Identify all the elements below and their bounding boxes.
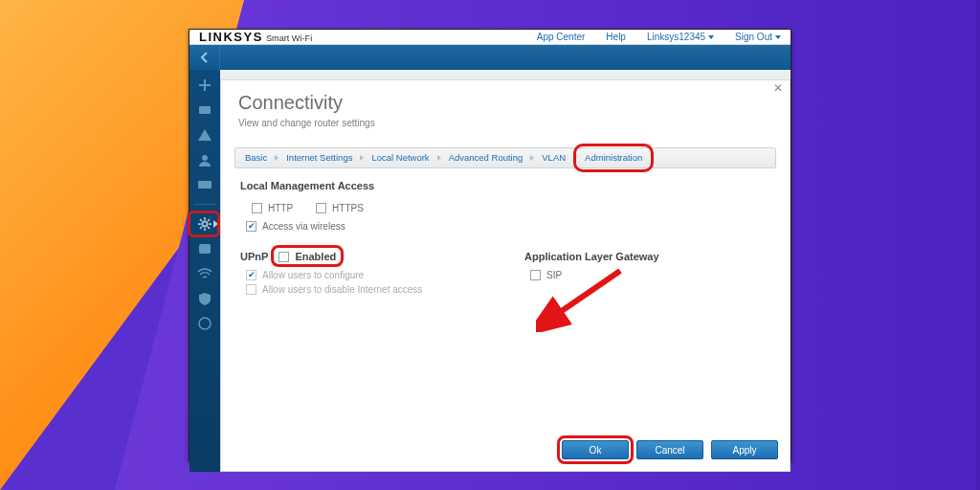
svg-point-3 xyxy=(202,221,207,226)
content-area: ✕ Connectivity View and change router se… xyxy=(220,70,791,472)
sidebar xyxy=(189,70,220,472)
chevron-down-icon xyxy=(775,35,781,39)
sidebar-item-settings[interactable] xyxy=(195,216,214,232)
tab-administration[interactable]: Administration xyxy=(577,148,650,167)
title-bar: LINKSYS Smart Wi-Fi App Center Help Link… xyxy=(189,30,791,45)
svg-rect-0 xyxy=(199,106,211,114)
sidebar-item-parental[interactable] xyxy=(195,152,214,167)
row-sip: SIP xyxy=(530,270,770,280)
chevron-left-icon xyxy=(200,52,210,63)
row-https: HTTPS xyxy=(316,203,364,213)
row-http: HTTP xyxy=(252,203,293,213)
upnp-enabled-group: Enabled xyxy=(277,251,338,262)
section-alg: Application Layer Gateway SIP xyxy=(505,239,790,302)
row-upnp-alg: UPnP Enabled Allow users to configure xyxy=(221,239,790,302)
page-title: Connectivity xyxy=(238,92,772,114)
gear-icon xyxy=(197,217,212,231)
tab-vlan[interactable]: VLAN xyxy=(534,148,573,167)
label-http: HTTP xyxy=(268,203,293,213)
cancel-button[interactable]: Cancel xyxy=(636,440,703,459)
label-sip: SIP xyxy=(546,270,562,280)
svg-rect-4 xyxy=(199,244,211,254)
checkbox-http[interactable] xyxy=(252,203,262,213)
nav-bar xyxy=(189,45,791,70)
page-subtitle: View and change router settings xyxy=(238,118,772,128)
row-wireless: Access via wireless xyxy=(246,221,770,232)
footer-buttons: Ok Cancel Apply xyxy=(221,433,790,471)
body: ✕ Connectivity View and change router se… xyxy=(189,70,791,472)
checkbox-wireless[interactable] xyxy=(246,221,256,232)
brand-logo: LINKSYS xyxy=(199,30,263,44)
brand-block: LINKSYS Smart Wi-Fi xyxy=(199,30,312,44)
row-allow-configure: Allow users to configure xyxy=(246,270,486,280)
back-button[interactable] xyxy=(189,45,220,70)
ok-button[interactable]: Ok xyxy=(562,440,629,459)
sidebar-item-help[interactable] xyxy=(195,316,214,331)
label-wireless: Access via wireless xyxy=(262,221,345,232)
sidebar-item-storage[interactable] xyxy=(195,241,214,256)
svg-point-1 xyxy=(202,155,208,161)
svg-rect-2 xyxy=(198,181,212,189)
tab-internet-settings[interactable]: Internet Settings xyxy=(278,148,360,167)
sidebar-item-security[interactable] xyxy=(195,291,214,306)
sidebar-separator xyxy=(193,204,216,205)
apply-button[interactable]: Apply xyxy=(711,440,778,459)
sidebar-item-devices[interactable] xyxy=(195,102,214,118)
section-title-upnp: UPnP Enabled xyxy=(240,251,486,262)
section-local-mgmt: Local Management Access HTTP HTTPS xyxy=(221,168,790,239)
section-title-lma: Local Management Access xyxy=(240,180,770,191)
section-upnp: UPnP Enabled Allow users to configure xyxy=(221,239,505,302)
svg-point-5 xyxy=(199,318,211,329)
checkbox-allow-configure[interactable] xyxy=(246,270,256,280)
label-allow-configure: Allow users to configure xyxy=(262,270,364,280)
label-allow-disable-net: Allow users to disable Internet access xyxy=(262,284,422,295)
active-indicator-icon xyxy=(213,220,218,228)
link-app-center[interactable]: App Center xyxy=(537,32,586,42)
label-https: HTTPS xyxy=(332,203,364,213)
close-icon[interactable]: ✕ xyxy=(773,81,785,93)
checkbox-https[interactable] xyxy=(316,203,326,213)
checkbox-upnp-enabled[interactable] xyxy=(278,252,289,262)
panel-connectivity: Connectivity View and change router sett… xyxy=(220,79,791,472)
link-sign-out[interactable]: Sign Out xyxy=(735,32,781,42)
sidebar-item-status[interactable] xyxy=(195,78,214,93)
section-title-alg: Application Layer Gateway xyxy=(524,251,770,262)
tab-advanced-routing[interactable]: Advanced Routing xyxy=(441,148,531,167)
chevron-down-icon xyxy=(708,35,714,39)
link-help[interactable]: Help xyxy=(606,32,626,42)
sidebar-item-notify[interactable] xyxy=(195,127,214,143)
tab-local-network[interactable]: Local Network xyxy=(364,148,436,167)
checkbox-allow-disable-net[interactable] xyxy=(246,284,256,295)
link-account[interactable]: Linksys12345 xyxy=(647,32,714,42)
sidebar-item-wifi[interactable] xyxy=(195,266,214,281)
sidebar-item-media[interactable] xyxy=(195,177,214,192)
tab-strip: Basic Internet Settings Local Network Ad… xyxy=(234,147,776,168)
app-window: LINKSYS Smart Wi-Fi App Center Help Link… xyxy=(189,29,791,461)
row-allow-disable-net: Allow users to disable Internet access xyxy=(246,284,486,295)
brand-subtitle: Smart Wi-Fi xyxy=(266,33,312,43)
panel-header: Connectivity View and change router sett… xyxy=(221,80,790,136)
checkbox-sip[interactable] xyxy=(530,270,541,280)
tab-basic[interactable]: Basic xyxy=(237,148,275,167)
top-links: App Center Help Linksys12345 Sign Out xyxy=(537,32,781,42)
label-upnp-enabled: Enabled xyxy=(295,251,336,262)
